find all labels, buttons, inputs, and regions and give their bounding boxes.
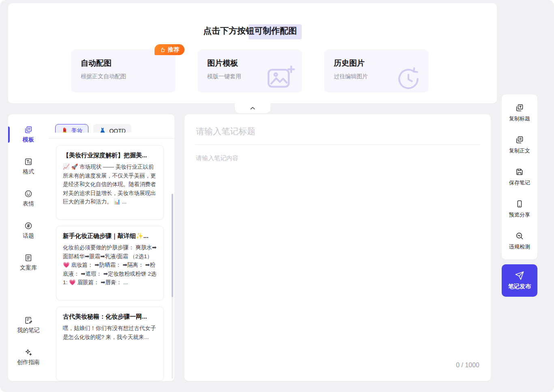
sidebar-item-copy-library[interactable]: 文案库 (8, 250, 49, 275)
template-card-body: 化妆前必须要做的护肤步骤： 爽肤水➡面部精华➡眼霜➡乳液/面霜 （2选1）💗 底… (63, 243, 157, 287)
template-card-body: 📈 🚀 市场现状 —— 美妆行业正以前所未有的速度发展，不仅关乎美丽，更是经济和… (63, 163, 157, 206)
sidebar-nav: 模板 格式 表情 话题 文案库 (8, 114, 49, 381)
copy-library-icon (24, 253, 33, 262)
preview-share-icon (515, 199, 524, 208)
active-indicator (8, 126, 10, 143)
recommend-badge-label: 推荐 (168, 46, 179, 54)
image-maker-panel: 点击下方按钮可制作配图 推荐 自动配图 根据正文自动配图 图片模板 模版一键套用… (8, 3, 497, 103)
thumbs-up-icon (160, 47, 165, 53)
rail-item-label: 复制正文 (509, 147, 530, 154)
hashtag-icon (24, 221, 33, 230)
violation-check-button[interactable]: 违规检测 (502, 225, 537, 257)
sidebar-item-label: 创作指南 (17, 359, 40, 366)
chevron-up-icon (249, 105, 256, 112)
template-icon (24, 125, 33, 134)
image-plus-icon (266, 63, 296, 90)
note-content-input[interactable] (195, 145, 480, 374)
sidebar-item-label: 格式 (23, 168, 34, 176)
sidebar-item-label: 我的笔记 (17, 327, 40, 334)
preview-share-button[interactable]: 预览分享 (502, 193, 537, 225)
sidebar-item-creation-guide[interactable]: 创作指南 (8, 344, 49, 370)
history-clock-icon (394, 64, 423, 90)
sidebar-item-my-notes[interactable]: 我的笔记 (8, 312, 49, 338)
sidebar-item-label: 话题 (23, 232, 34, 240)
category-chip-label: 美妆 (71, 127, 83, 133)
template-scrollbar[interactable] (172, 194, 173, 379)
option-card-subtitle: 根据正文自动配图 (81, 73, 166, 80)
format-icon (24, 157, 33, 166)
sidebar-spacer (8, 282, 49, 312)
sidebar-item-label: 表情 (23, 200, 34, 208)
image-template-card[interactable]: 图片模板 模版一键套用 (198, 49, 302, 92)
left-panel: 模板 格式 表情 话题 文案库 (8, 114, 174, 381)
action-rail: 复制标题 复制正文 保存笔记 预览分享 违规检测 (502, 94, 537, 259)
emoji-icon (24, 189, 33, 198)
sidebar-item-emoji[interactable]: 表情 (8, 186, 49, 211)
note-editor: 0 / 1000 (185, 114, 491, 381)
category-chip-beauty[interactable]: 💄 美妆 (55, 124, 88, 133)
paper-plane-icon (515, 271, 524, 281)
lipstick-emoji: 💄 (61, 128, 69, 133)
publish-button-label: 笔记发布 (508, 283, 531, 290)
template-card[interactable]: 新手化妆正确步骤｜敲详细✨... 化妆前必须要做的护肤步骤： 爽肤水➡面部精华➡… (56, 226, 164, 300)
template-list: 【美妆行业深度解析】把握美... 📈 🚀 市场现状 —— 美妆行业正以前所未有的… (55, 139, 167, 381)
template-card-title: 新手化妆正确步骤｜敲详细✨... (63, 232, 157, 240)
copy-title-button[interactable]: 复制标题 (502, 97, 537, 129)
copy-body-button[interactable]: 复制正文 (502, 129, 537, 161)
sidebar-item-label: 文案库 (20, 264, 37, 272)
rail-item-label: 保存笔记 (509, 179, 530, 186)
save-note-icon (515, 167, 524, 176)
app-root: 点击下方按钮可制作配图 推荐 自动配图 根据正文自动配图 图片模板 模版一键套用… (0, 0, 554, 392)
panel-title: 点击下方按钮可制作配图 (8, 24, 497, 39)
category-chip-ootd[interactable]: 👗 OOTD (93, 124, 131, 133)
template-card[interactable]: 【美妆行业深度解析】把握美... 📈 🚀 市场现状 —— 美妆行业正以前所未有的… (56, 145, 164, 220)
note-title-input[interactable] (195, 121, 480, 145)
sidebar-item-topic[interactable]: 话题 (8, 218, 49, 243)
rail-item-label: 复制标题 (509, 115, 530, 122)
rail-item-label: 违规检测 (509, 243, 530, 251)
save-note-button[interactable]: 保存笔记 (502, 161, 537, 193)
copy-body-icon (515, 135, 524, 144)
template-card-title: 古代美妆秘籍：化妆步骤一网... (63, 313, 157, 321)
creation-guide-icon (24, 348, 33, 357)
template-card[interactable]: 古代美妆秘籍：化妆步骤一网... 嘿，姑娘们！你们有没有想过古代女子是怎么化妆的… (56, 306, 164, 381)
auto-image-card[interactable]: 推荐 自动配图 根据正文自动配图 (71, 49, 176, 92)
category-chips: 💄 美妆 👗 OOTD 🎁 好物分享 🏠 探店 🍗 美食 (55, 124, 167, 133)
history-images-card[interactable]: 历史图片 过往编辑图片 (324, 49, 429, 92)
recommend-badge: 推荐 (155, 44, 185, 55)
dress-emoji: 👗 (99, 128, 107, 133)
rail-item-label: 预览分享 (509, 211, 530, 218)
option-card-title: 自动配图 (81, 58, 166, 69)
template-card-body: 嘿，姑娘们！你们有没有想过古代女子是怎么化妆的呢? 来，我今天就来... (63, 324, 157, 341)
publish-note-button[interactable]: 笔记发布 (502, 264, 537, 297)
my-notes-icon (24, 316, 33, 325)
image-option-row: 推荐 自动配图 根据正文自动配图 图片模板 模版一键套用 历史图片 过往编辑图片 (71, 49, 429, 92)
sidebar-item-label: 模板 (23, 136, 34, 144)
sidebar-item-template[interactable]: 模板 (8, 122, 49, 147)
char-count: 0 / 1000 (456, 362, 479, 369)
template-card-title: 【美妆行业深度解析】把握美... (63, 152, 157, 159)
violation-check-icon (515, 231, 524, 240)
collapse-panel-button[interactable] (235, 103, 271, 113)
sidebar-item-format[interactable]: 格式 (8, 154, 49, 179)
category-chip-label: OOTD (109, 128, 125, 133)
copy-title-icon (515, 103, 524, 112)
scrollbar-thumb[interactable] (172, 194, 173, 297)
template-column: 💄 美妆 👗 OOTD 🎁 好物分享 🏠 探店 🍗 美食 (49, 114, 174, 381)
